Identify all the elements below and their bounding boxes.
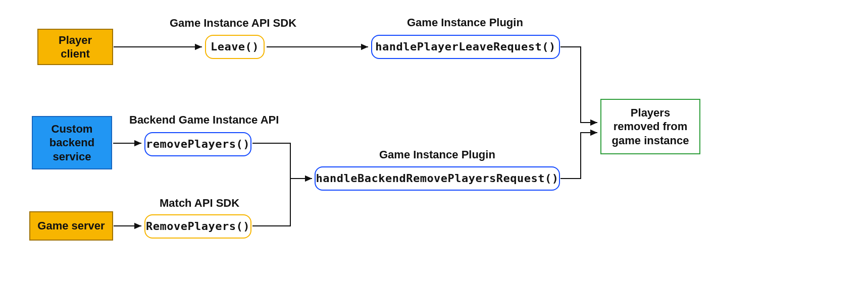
actor-custom-backend: Custom backend service bbox=[32, 116, 112, 169]
label-plugin-bottom: Game Instance Plugin bbox=[379, 148, 495, 161]
call-remove-players-backend: removePlayers() bbox=[144, 132, 251, 156]
actor-player-client: Player client bbox=[37, 29, 113, 65]
label-match-sdk: Match API SDK bbox=[160, 197, 239, 210]
result-players-removed: Players removed from game instance bbox=[600, 99, 700, 154]
actor-game-server: Game server bbox=[29, 211, 113, 241]
label-backend-api: Backend Game Instance API bbox=[129, 113, 279, 127]
call-leave: Leave() bbox=[205, 35, 265, 59]
call-handle-backend-remove: handleBackendRemovePlayersRequest() bbox=[315, 166, 560, 191]
diagram-canvas: Player client Custom backend service Gam… bbox=[0, 0, 868, 293]
call-remove-players-match: RemovePlayers() bbox=[144, 214, 251, 239]
label-plugin-top: Game Instance Plugin bbox=[407, 16, 523, 29]
label-sdk-top: Game Instance API SDK bbox=[170, 17, 296, 30]
call-handle-player-leave: handlePlayerLeaveRequest() bbox=[371, 35, 560, 59]
